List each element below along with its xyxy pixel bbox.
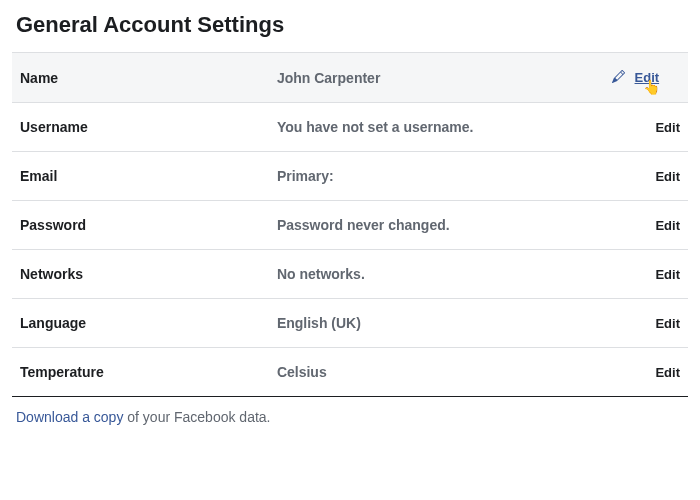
edit-link-username[interactable]: Edit (655, 120, 680, 135)
download-row: Download a copy of your Facebook data. (12, 397, 688, 425)
label-networks: Networks (12, 250, 269, 299)
setting-row-username: Username You have not set a username. Ed… (12, 103, 688, 152)
download-link[interactable]: Download a copy (16, 409, 123, 425)
pencil-icon (612, 70, 625, 86)
label-language: Language (12, 299, 269, 348)
edit-link-networks[interactable]: Edit (655, 267, 680, 282)
setting-row-language: Language English (UK) Edit (12, 299, 688, 348)
edit-link-email[interactable]: Edit (655, 169, 680, 184)
label-name: Name (12, 53, 269, 103)
setting-row-email: Email Primary: Edit (12, 152, 688, 201)
label-username: Username (12, 103, 269, 152)
value-password: Password never changed. (269, 201, 587, 250)
edit-link-password[interactable]: Edit (655, 218, 680, 233)
setting-row-temperature: Temperature Celsius Edit (12, 348, 688, 397)
value-networks: No networks. (269, 250, 587, 299)
settings-table: Name John Carpenter Edit 👆 Username You … (12, 52, 688, 397)
value-language: English (UK) (269, 299, 587, 348)
setting-row-name: Name John Carpenter Edit 👆 (12, 53, 688, 103)
edit-link-temperature[interactable]: Edit (655, 365, 680, 380)
cursor-icon: 👆 (643, 79, 660, 95)
setting-row-networks: Networks No networks. Edit (12, 250, 688, 299)
value-email: Primary: (269, 152, 587, 201)
setting-row-password: Password Password never changed. Edit (12, 201, 688, 250)
edit-link-language[interactable]: Edit (655, 316, 680, 331)
label-password: Password (12, 201, 269, 250)
label-temperature: Temperature (12, 348, 269, 397)
value-name: John Carpenter (269, 53, 587, 103)
page-title: General Account Settings (16, 12, 688, 38)
value-username: You have not set a username. (269, 103, 587, 152)
value-temperature: Celsius (269, 348, 587, 397)
download-rest: of your Facebook data. (123, 409, 270, 425)
label-email: Email (12, 152, 269, 201)
